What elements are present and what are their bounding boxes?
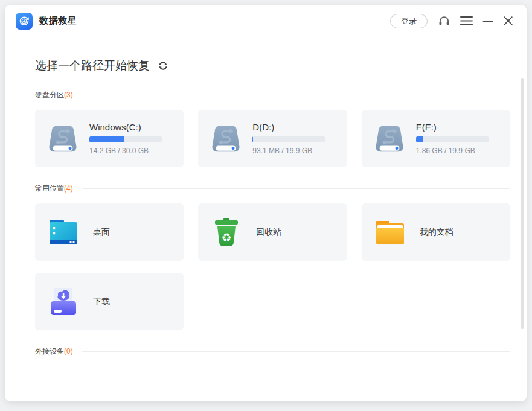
disk-usage-bar [89, 136, 162, 142]
app-window: 数据救星 登录 [5, 5, 527, 401]
disk-usage-fill [416, 136, 423, 142]
disk-usage-fill [89, 136, 124, 142]
location-label: 回收站 [256, 227, 281, 238]
location-label: 下载 [93, 296, 110, 307]
section-partitions-label: 硬盘分区(3) [35, 90, 73, 100]
refresh-icon[interactable] [158, 60, 168, 71]
disk-name: D(D:) [252, 122, 325, 132]
menu-icon[interactable] [460, 16, 473, 26]
section-partitions-header: 硬盘分区(3) [35, 90, 510, 100]
section-divider [82, 188, 510, 189]
disk-card-e[interactable]: E(E:) 1.86 GB / 19.9 GB [362, 110, 510, 167]
locations-grid: 桌面 ♻ 回收站 [35, 203, 510, 330]
location-label: 桌面 [93, 227, 110, 238]
drive-icon [46, 123, 79, 155]
disk-name: Windows(C:) [89, 122, 162, 132]
documents-folder-icon [373, 215, 407, 249]
partitions-count: (3) [64, 91, 73, 99]
partitions-grid: Windows(C:) 14.2 GB / 30.0 GB [35, 110, 510, 167]
common-count: (4) [64, 184, 73, 193]
close-button[interactable] [503, 16, 513, 26]
main-content: 选择一个路径开始恢复 硬盘分区(3) [5, 58, 527, 357]
vertical-scrollbar-thumb[interactable] [521, 78, 524, 329]
desktop-folder-icon [46, 215, 80, 249]
login-button[interactable]: 登录 [390, 14, 428, 28]
section-external-header: 外接设备(0) [35, 346, 510, 357]
disk-usage-bar [416, 136, 489, 142]
support-headset-icon[interactable] [438, 14, 450, 27]
disk-card-c[interactable]: Windows(C:) 14.2 GB / 30.0 GB [35, 110, 184, 167]
section-divider [82, 95, 510, 95]
recycle-bin-icon: ♻ [210, 215, 243, 249]
app-title: 数据救星 [39, 15, 77, 27]
drive-icon [210, 123, 242, 155]
disk-usage-bar [252, 136, 325, 142]
section-divider [82, 351, 510, 352]
disk-name: E(E:) [416, 122, 489, 132]
location-label: 我的文档 [420, 227, 453, 238]
location-card-documents[interactable]: 我的文档 [362, 203, 510, 261]
svg-text:♻: ♻ [222, 230, 232, 243]
drive-icon [373, 123, 406, 155]
titlebar: 数据救星 登录 [5, 5, 527, 37]
location-card-desktop[interactable]: 桌面 [35, 203, 184, 261]
section-external-label: 外接设备(0) [35, 346, 73, 357]
disk-card-d[interactable]: D(D:) 93.1 MB / 19.9 GB [198, 110, 347, 167]
disk-usage-fill [252, 136, 253, 142]
location-card-downloads[interactable]: 下载 [35, 273, 184, 330]
disk-usage-text: 93.1 MB / 19.9 GB [252, 147, 325, 155]
location-card-recycle-bin[interactable]: ♻ 回收站 [198, 203, 347, 261]
download-icon [46, 285, 80, 319]
minimize-button[interactable] [482, 16, 493, 27]
disk-usage-text: 1.86 GB / 19.9 GB [416, 147, 489, 155]
page-title: 选择一个路径开始恢复 [35, 58, 150, 74]
section-common-header: 常用位置(4) [35, 183, 510, 194]
disk-usage-text: 14.2 GB / 30.0 GB [89, 147, 162, 155]
section-common-label: 常用位置(4) [35, 183, 73, 194]
app-logo-restore-icon [16, 13, 33, 30]
external-count: (0) [64, 347, 73, 355]
